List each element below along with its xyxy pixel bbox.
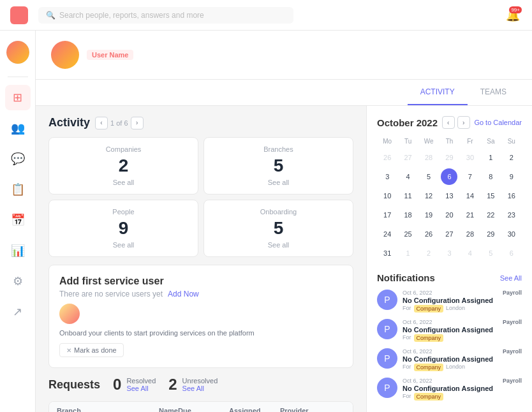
add-now-link[interactable]: Add Now bbox=[168, 290, 199, 298]
mark-done-button[interactable]: ✕ Mark as done bbox=[59, 343, 124, 357]
notif-for: For Company bbox=[403, 393, 522, 401]
activity-avatar bbox=[59, 304, 80, 324]
notif-type: Payroll bbox=[503, 290, 522, 296]
two-column-layout: Activity ‹ 1 of 6 › Companies 2 See all bbox=[36, 106, 532, 412]
cal-cell[interactable]: 19 bbox=[420, 207, 437, 223]
cal-cell[interactable]: 6 bbox=[503, 245, 520, 261]
search-bar[interactable]: 🔍 Search people, reports, answers and mo… bbox=[38, 7, 293, 24]
cal-cell[interactable]: 12 bbox=[420, 188, 437, 204]
cal-next-arrow[interactable]: › bbox=[457, 116, 470, 129]
cal-cell[interactable]: 28 bbox=[420, 149, 437, 166]
cal-cell[interactable]: 27 bbox=[400, 149, 417, 166]
cal-cell[interactable]: 27 bbox=[441, 226, 457, 242]
cal-day-mo: Mo bbox=[377, 136, 397, 146]
cal-cell[interactable]: 20 bbox=[441, 207, 457, 223]
notif-item: P Oct 6, 2022 Payroll No Configuration A… bbox=[377, 348, 522, 371]
cal-cell[interactable]: 10 bbox=[379, 188, 395, 204]
col-assigned: Assigned bbox=[229, 407, 280, 412]
cal-prev-arrow[interactable]: ‹ bbox=[442, 116, 455, 129]
notif-date: Oct 6, 2022 bbox=[403, 290, 432, 296]
notif-item: P Oct 6, 2022 Payroll No Configuration A… bbox=[377, 290, 522, 313]
cal-day-we: We bbox=[418, 136, 439, 146]
sidebar-item-chat[interactable]: 💬 bbox=[5, 146, 31, 172]
cal-days-header: Mo Tu We Th Fr Sa Su bbox=[377, 136, 522, 146]
cal-cell[interactable]: 2 bbox=[420, 245, 437, 261]
notif-location: London bbox=[446, 305, 465, 313]
cal-week-2: 10 11 12 13 14 15 16 bbox=[377, 187, 522, 205]
cal-day-su: Su bbox=[501, 136, 522, 146]
cal-cell[interactable]: 21 bbox=[462, 207, 478, 223]
cal-cell[interactable]: 5 bbox=[420, 168, 437, 185]
sidebar-item-export[interactable]: ↗ bbox=[5, 299, 31, 325]
stat-onboarding: Onboarding 5 See all bbox=[203, 200, 353, 257]
sidebar-item-dashboard[interactable]: ⊞ bbox=[5, 85, 31, 110]
cal-cell[interactable]: 11 bbox=[400, 188, 417, 204]
sidebar-item-analytics[interactable]: 📊 bbox=[5, 238, 31, 263]
sidebar-item-people[interactable]: 👥 bbox=[5, 115, 31, 141]
cal-cell[interactable]: 7 bbox=[462, 168, 478, 185]
tab-activity[interactable]: ACTIVITY bbox=[408, 80, 468, 105]
profile-avatar bbox=[51, 41, 79, 69]
tab-teams[interactable]: TEAMS bbox=[468, 80, 519, 105]
analytics-icon: 📊 bbox=[11, 244, 25, 258]
cal-cell[interactable]: 1 bbox=[482, 149, 499, 166]
notif-company: Company bbox=[414, 393, 444, 401]
col-action bbox=[331, 407, 353, 412]
next-arrow[interactable]: › bbox=[131, 117, 144, 129]
notif-avatar: P bbox=[377, 290, 397, 310]
notif-see-all-link[interactable]: See All bbox=[500, 274, 522, 282]
cal-cell[interactable]: 5 bbox=[482, 245, 499, 261]
sidebar-item-calendar[interactable]: 📅 bbox=[5, 207, 31, 233]
cal-day-th: Th bbox=[439, 136, 459, 146]
cal-cell[interactable]: 9 bbox=[503, 168, 520, 185]
cal-cell[interactable]: 29 bbox=[441, 149, 457, 166]
stat-onboarding-link[interactable]: See all bbox=[214, 241, 343, 249]
cal-cell[interactable]: 23 bbox=[503, 207, 520, 223]
stat-onboarding-label: Onboarding bbox=[214, 208, 343, 216]
notif-content: Oct 6, 2022 Payroll No Configuration Ass… bbox=[403, 378, 522, 401]
stat-companies-number: 2 bbox=[59, 156, 188, 176]
resolved-link[interactable]: See All bbox=[126, 385, 156, 392]
stat-companies-link[interactable]: See all bbox=[59, 179, 188, 186]
cal-cell[interactable]: 3 bbox=[379, 168, 395, 185]
user-avatar[interactable] bbox=[6, 41, 29, 64]
cal-cell[interactable]: 25 bbox=[400, 226, 417, 242]
cal-cell[interactable]: 2 bbox=[503, 149, 520, 166]
sidebar-item-settings[interactable]: ⚙ bbox=[5, 269, 31, 294]
notification-button[interactable]: 🔔 99+ bbox=[504, 6, 522, 24]
cal-cell[interactable]: 17 bbox=[379, 207, 395, 223]
notif-content: Oct 6, 2022 Payroll No Configuration Ass… bbox=[403, 290, 522, 313]
cal-cell[interactable]: 1 bbox=[400, 245, 417, 261]
cal-cell[interactable]: 30 bbox=[503, 226, 520, 242]
notif-content: Oct 6, 2022 Payroll No Configuration Ass… bbox=[403, 319, 522, 342]
cal-cell[interactable]: 31 bbox=[379, 245, 395, 261]
cal-cell[interactable]: 22 bbox=[482, 207, 499, 223]
cal-cell[interactable]: 29 bbox=[482, 226, 499, 242]
notif-avatar: P bbox=[377, 348, 397, 369]
stat-branches-link[interactable]: See all bbox=[214, 179, 343, 186]
cal-cell[interactable]: 16 bbox=[503, 188, 520, 204]
cal-cell[interactable]: 13 bbox=[441, 188, 457, 204]
cal-cell[interactable]: 4 bbox=[462, 245, 478, 261]
sidebar-item-tasks[interactable]: 📋 bbox=[5, 177, 31, 202]
stat-branches-label: Branches bbox=[214, 145, 343, 153]
prev-arrow[interactable]: ‹ bbox=[95, 117, 108, 129]
cal-cell[interactable]: 8 bbox=[482, 168, 499, 185]
cal-cell-today[interactable]: 6 bbox=[441, 168, 457, 185]
cal-cell[interactable]: 26 bbox=[379, 149, 395, 166]
stat-people-link[interactable]: See all bbox=[59, 241, 188, 249]
cal-cell[interactable]: 26 bbox=[420, 226, 437, 242]
go-to-calendar-link[interactable]: Go to Calendar bbox=[474, 119, 522, 126]
cal-cell[interactable]: 15 bbox=[482, 188, 499, 204]
stats-grid: Companies 2 See all Branches 5 See all P… bbox=[48, 137, 353, 257]
cal-cell[interactable]: 14 bbox=[462, 188, 478, 204]
profile-header: User Name Admin bbox=[36, 31, 532, 80]
cal-cell[interactable]: 30 bbox=[462, 149, 478, 166]
cal-cell[interactable]: 3 bbox=[441, 245, 457, 261]
cal-cell[interactable]: 28 bbox=[462, 226, 478, 242]
cal-cell[interactable]: 24 bbox=[379, 226, 395, 242]
cal-cell[interactable]: 18 bbox=[400, 207, 417, 223]
cal-cell[interactable]: 4 bbox=[400, 168, 417, 185]
unresolved-link[interactable]: See All bbox=[182, 385, 218, 392]
stat-companies: Companies 2 See all bbox=[48, 137, 198, 195]
